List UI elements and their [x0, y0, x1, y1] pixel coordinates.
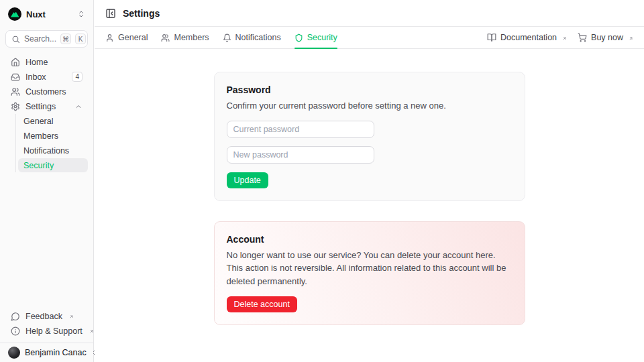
sidebar-item-inbox[interactable]: Inbox 4 — [5, 70, 88, 84]
delete-account-button[interactable]: Delete account — [227, 296, 297, 312]
sidebar-item-label: Inbox — [25, 72, 66, 82]
page-header: Settings — [95, 0, 644, 27]
tabs: General Members Notifications — [105, 27, 337, 48]
inbox-count-badge: 4 — [72, 72, 83, 82]
users-icon — [161, 34, 170, 42]
account-card-description: No longer want to use our service? You c… — [227, 249, 513, 288]
sidebar-item-notifications[interactable]: Notifications — [18, 143, 88, 158]
sidebar-item-label: Settings — [25, 102, 69, 111]
account-card: Account No longer want to use our servic… — [214, 221, 525, 326]
app-window: Nuxt Search... ⌘ K Home — [0, 0, 644, 362]
main-panel: Settings General Members — [95, 0, 644, 362]
buy-now-link[interactable]: Buy now — [578, 33, 633, 42]
chevron-up-icon — [74, 103, 83, 111]
tab-label: Security — [307, 33, 337, 42]
password-card: Password Confirm your current password b… — [214, 72, 525, 201]
sidebar-nav: Home Inbox 4 Customers Settings — [0, 55, 93, 173]
user-menu[interactable]: Benjamin Canac — [0, 343, 93, 362]
workspace-switcher[interactable]: Nuxt — [0, 0, 93, 27]
tabbar-spacer — [337, 27, 487, 48]
settings-tabbar: General Members Notifications — [95, 27, 644, 49]
kbd-meta: ⌘ — [60, 34, 71, 44]
help-support-link[interactable]: Help & Support — [5, 324, 88, 338]
page-title: Settings — [123, 8, 160, 19]
users-icon — [11, 87, 20, 97]
shield-icon — [294, 34, 303, 42]
shopping-cart-icon — [578, 33, 587, 42]
feedback-link[interactable]: Feedback — [5, 309, 88, 323]
current-password-field[interactable] — [227, 121, 374, 138]
book-open-icon — [487, 33, 496, 42]
documentation-label: Documentation — [500, 33, 557, 42]
sidebar-item-home[interactable]: Home — [5, 55, 88, 69]
kbd-k: K — [75, 34, 86, 44]
tab-members[interactable]: Members — [161, 27, 209, 48]
nuxt-logo-icon — [8, 7, 21, 21]
user-icon — [105, 34, 114, 42]
gear-icon — [11, 102, 20, 111]
search-icon — [11, 35, 20, 44]
header-links: Documentation Buy now — [487, 27, 633, 48]
password-card-description: Confirm your current password before set… — [227, 99, 513, 113]
sidebar-item-security[interactable]: Security — [18, 158, 88, 172]
settings-security-content: Password Confirm your current password b… — [95, 49, 644, 362]
user-name: Benjamin Canac — [25, 348, 87, 357]
sub-item-label: Notifications — [23, 146, 69, 156]
avatar — [8, 347, 20, 359]
sidebar-footer-links: Feedback Help & Support — [0, 309, 93, 343]
sidebar-item-general[interactable]: General — [18, 114, 88, 128]
password-card-title: Password — [227, 84, 513, 95]
search-placeholder: Search... — [24, 34, 56, 44]
external-link-icon — [89, 324, 94, 337]
documentation-link[interactable]: Documentation — [487, 33, 567, 42]
external-link-icon — [629, 34, 633, 43]
tab-notifications[interactable]: Notifications — [223, 27, 281, 48]
feedback-label: Feedback — [25, 312, 62, 321]
search-input[interactable]: Search... ⌘ K — [5, 30, 88, 48]
help-support-label: Help & Support — [25, 326, 83, 336]
external-link-icon — [562, 34, 567, 43]
update-password-button[interactable]: Update — [227, 172, 268, 188]
bell-icon — [223, 34, 231, 42]
sidebar-item-customers[interactable]: Customers — [5, 84, 88, 99]
sidebar: Nuxt Search... ⌘ K Home — [0, 0, 94, 362]
sub-item-label: General — [23, 117, 53, 126]
tab-general[interactable]: General — [105, 27, 148, 48]
new-password-field[interactable] — [227, 146, 374, 164]
sidebar-item-label: Home — [25, 58, 83, 67]
sidebar-item-settings[interactable]: Settings — [5, 99, 88, 113]
workspace-name: Nuxt — [26, 9, 72, 19]
info-icon — [11, 326, 20, 336]
tab-label: Members — [174, 33, 209, 42]
sidebar-item-members[interactable]: Members — [18, 129, 88, 143]
tab-label: Notifications — [235, 33, 281, 42]
tab-label: General — [118, 33, 148, 42]
inbox-icon — [11, 72, 20, 82]
message-circle-icon — [11, 312, 20, 321]
account-card-title: Account — [227, 234, 513, 245]
external-link-icon — [69, 310, 74, 322]
sidebar-spacer — [0, 173, 93, 309]
sub-item-label: Members — [23, 131, 58, 141]
chevrons-up-down-icon — [77, 10, 85, 18]
settings-subnav: General Members Notifications Security — [15, 114, 88, 172]
panel-left-close-icon[interactable] — [105, 8, 116, 19]
sub-item-label: Security — [23, 161, 54, 170]
house-icon — [11, 58, 20, 67]
buy-now-label: Buy now — [591, 33, 623, 42]
sidebar-item-label: Customers — [25, 87, 83, 97]
tab-security[interactable]: Security — [294, 27, 337, 48]
